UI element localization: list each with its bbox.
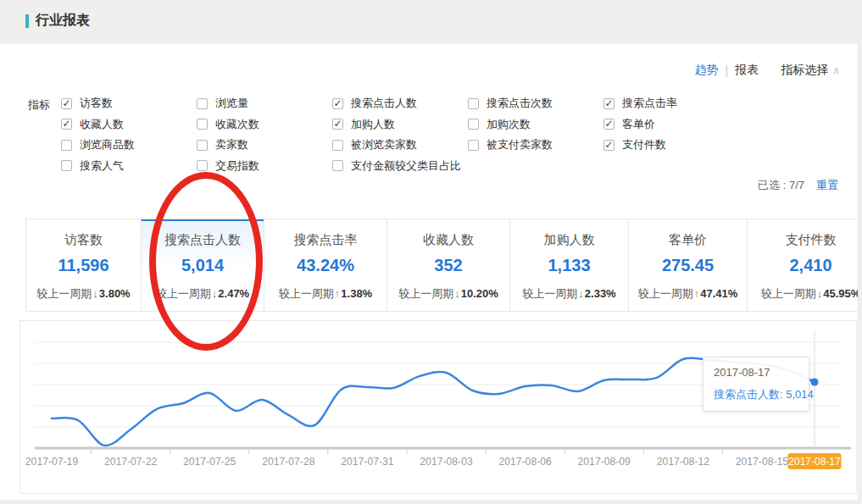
metric-card-compare: 较上一周期↓10.20% [387, 286, 509, 302]
checkbox-unchecked-icon[interactable] [197, 140, 208, 151]
tooltip-value: 搜索点击人数: 5,014 [714, 387, 798, 402]
metric-checkbox-row[interactable]: 交易指数 [197, 156, 259, 177]
compare-period-label: 较上一周期 [761, 287, 816, 300]
metric-checkbox-label: 加购人数 [351, 117, 395, 132]
metric-checkbox-row[interactable]: 搜索点击次数 [468, 93, 553, 114]
metric-checkbox-row[interactable]: 被支付卖家数 [468, 135, 553, 156]
metric-card-title: 搜索点击人数 [142, 232, 264, 248]
metric-card-compare: 较上一周期↓2.33% [510, 286, 628, 302]
metric-card-title: 客单价 [629, 232, 747, 248]
metric-checkbox-label: 加购次数 [487, 117, 531, 132]
metric-checkbox-row[interactable]: 加购次数 [468, 114, 553, 136]
arrow-up-icon: ↑ [694, 287, 700, 300]
x-axis-label: 2017-08-12 [657, 456, 710, 468]
metric-checkbox-label: 搜索人气 [80, 158, 124, 174]
x-axis-label: 2017-07-22 [104, 456, 158, 468]
metric-card-title: 搜索点击率 [264, 232, 387, 248]
checkbox-unchecked-icon[interactable] [332, 140, 343, 151]
compare-percent: 10.20% [461, 287, 498, 300]
compare-percent: 1.38% [341, 287, 372, 300]
compare-period-label: 较上一周期 [156, 287, 211, 300]
checkbox-unchecked-icon[interactable] [197, 160, 208, 171]
metric-checkbox-label: 收藏人数 [80, 117, 124, 132]
metric-card[interactable]: 加购人数1,133较上一周期↓2.33% [509, 219, 628, 311]
metric-card-value: 2,410 [748, 256, 859, 275]
metric-checkbox-label: 交易指数 [215, 158, 259, 174]
metric-card-title: 访客数 [26, 232, 141, 248]
metric-checkbox-row[interactable]: ✓搜索点击率 [603, 93, 677, 114]
metric-card-value: 352 [387, 256, 509, 275]
metric-checkbox-label: 客单价 [622, 117, 655, 132]
metric-card-value: 43.24% [264, 256, 387, 275]
arrow-up-icon: ↑ [335, 287, 341, 300]
metric-card[interactable]: 访客数11,596较上一周期↓3.80% [26, 219, 141, 311]
x-axis-label: 2017-07-28 [262, 456, 315, 468]
metric-card[interactable]: 搜索点击率43.24%较上一周期↑1.38% [264, 219, 387, 311]
reset-link[interactable]: 重置 [816, 179, 838, 191]
metric-select-toggle[interactable]: 指标选择∧ [781, 63, 840, 78]
metric-card[interactable]: 客单价275.45较上一周期↑47.41% [628, 219, 747, 311]
metric-card-value: 275.45 [629, 256, 747, 275]
checkbox-checked-icon[interactable]: ✓ [603, 119, 615, 130]
checkbox-checked-icon[interactable]: ✓ [61, 98, 72, 109]
checkbox-unchecked-icon[interactable] [332, 160, 343, 171]
metric-checkbox-row[interactable]: ✓搜索点击人数 [332, 93, 461, 114]
checkbox-unchecked-icon[interactable] [468, 119, 479, 130]
x-axis-label: 2017-08-15 [736, 456, 789, 468]
checkbox-checked-icon[interactable]: ✓ [603, 98, 615, 109]
compare-percent: 2.47% [218, 287, 249, 300]
x-axis-label: 2017-07-31 [341, 456, 394, 468]
view-toolbar: 趋势 | 报表 指标选择∧ [695, 63, 840, 78]
checkbox-checked-icon[interactable]: ✓ [332, 98, 343, 109]
metric-card-compare: 较上一周期↓45.95% [748, 286, 859, 302]
metric-checkbox-label: 支付金额较父类目占比 [351, 158, 461, 174]
tab-trend[interactable]: 趋势 [695, 63, 719, 78]
x-axis-label: 2017-08-03 [420, 456, 473, 468]
metric-checkbox-row[interactable]: 收藏次数 [197, 114, 259, 136]
arrow-down-icon: ↓ [92, 287, 98, 300]
metric-checkbox-label: 卖家数 [215, 137, 248, 152]
compare-period-label: 较上一周期 [279, 287, 334, 300]
metric-card[interactable]: 收藏人数352较上一周期↓10.20% [387, 219, 509, 311]
checkbox-unchecked-icon[interactable] [61, 160, 72, 171]
filter-column: 浏览量收藏次数卖家数交易指数 [197, 93, 259, 176]
metric-checkbox-label: 搜索点击次数 [487, 96, 553, 111]
metric-checkbox-row[interactable]: 卖家数 [197, 135, 259, 156]
checkbox-unchecked-icon[interactable] [197, 98, 208, 109]
checkbox-unchecked-icon[interactable] [61, 140, 72, 151]
metric-card[interactable]: 支付件数2,410较上一周期↓45.95% [747, 219, 859, 311]
metric-checkbox-row[interactable]: ✓支付件数 [603, 135, 677, 156]
metric-checkbox-label: 浏览商品数 [80, 137, 135, 152]
metric-checkbox-row[interactable]: ✓加购人数 [332, 114, 461, 136]
tab-report[interactable]: 报表 [735, 63, 759, 78]
metric-checkbox-label: 访客数 [80, 96, 113, 111]
metric-checkbox-label: 收藏次数 [215, 117, 259, 132]
checkbox-checked-icon[interactable]: ✓ [61, 119, 72, 130]
metric-checkbox-row[interactable]: 浏览商品数 [61, 135, 135, 156]
compare-period-label: 较上一周期 [36, 287, 92, 300]
metric-card-selected[interactable]: 搜索点击人数5,014较上一周期↓2.47% [141, 219, 264, 311]
checkbox-unchecked-icon[interactable] [468, 98, 479, 109]
metric-card-value: 11,596 [26, 256, 141, 275]
metric-checkbox-row[interactable]: ✓收藏人数 [61, 114, 135, 136]
chevron-up-icon: ∧ [832, 64, 840, 76]
metric-checkbox-row[interactable]: ✓访客数 [61, 93, 135, 114]
metric-checkbox-row[interactable]: 被浏览卖家数 [332, 135, 461, 156]
metric-checkbox-row[interactable]: 支付金额较父类目占比 [332, 156, 461, 177]
x-axis-label: 2017-07-25 [183, 456, 236, 468]
metric-checkbox-row[interactable]: 搜索人气 [61, 156, 135, 177]
data-point-dot[interactable] [811, 379, 819, 386]
checkbox-checked-icon[interactable]: ✓ [603, 140, 615, 151]
checkbox-checked-icon[interactable]: ✓ [332, 119, 343, 130]
metric-cards: 访客数11,596较上一周期↓3.80%搜索点击人数5,014较上一周期↓2.4… [25, 219, 859, 312]
arrow-down-icon: ↓ [212, 287, 218, 300]
highlighted-date-label: 2017-08-17 [788, 456, 841, 468]
checkbox-unchecked-icon[interactable] [197, 119, 208, 130]
checkbox-unchecked-icon[interactable] [468, 140, 479, 151]
metric-checkbox-row[interactable]: ✓客单价 [603, 114, 677, 136]
x-axis-label: 2017-08-09 [578, 456, 631, 468]
metric-checkbox-row[interactable]: 浏览量 [197, 93, 259, 114]
arrow-down-icon: ↓ [578, 287, 584, 300]
metric-checkbox-label: 支付件数 [622, 137, 666, 152]
tooltip-date: 2017-08-17 [714, 366, 798, 379]
